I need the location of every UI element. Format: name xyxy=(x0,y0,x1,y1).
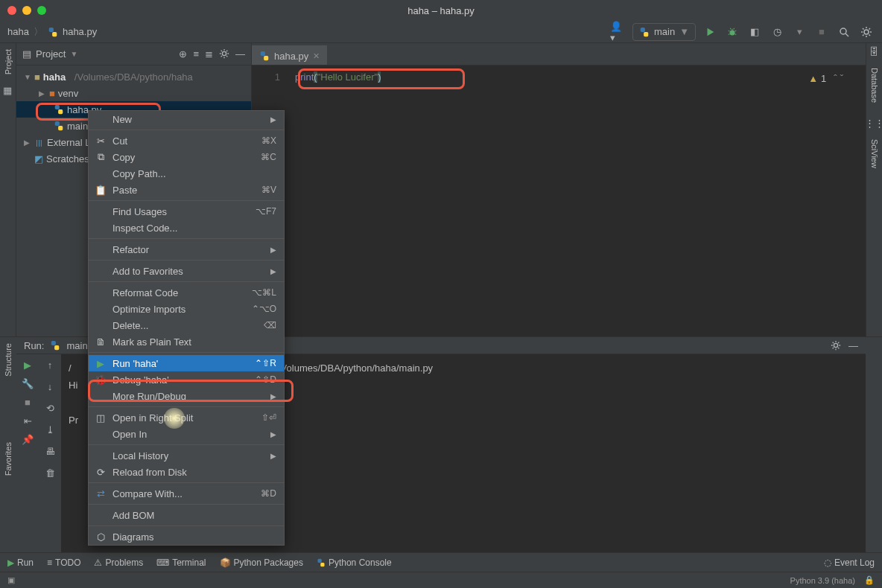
close-tab-icon[interactable]: ✕ xyxy=(313,51,320,61)
hide-icon[interactable]: — xyxy=(235,48,245,60)
traffic-lights xyxy=(7,6,46,15)
stop-icon[interactable]: ■ xyxy=(25,397,31,408)
wrench-icon[interactable]: 🔧 xyxy=(22,378,34,389)
terminal-tab[interactable]: ⌨Terminal xyxy=(156,557,206,568)
ctx-cut[interactable]: ✂Cut⌘X xyxy=(89,132,284,149)
ctx-debug[interactable]: 🐞Debug 'haha'⌃⇧D xyxy=(89,371,284,388)
todo-tab[interactable]: ≡TODO xyxy=(47,557,80,568)
ctx-compare[interactable]: ⇄Compare With...⌘D xyxy=(89,485,284,502)
event-log-tab[interactable]: ◌Event Log xyxy=(824,557,875,568)
console-actions-rail: ↑ ↓ ⟲ ⤓ 🖶 🗑 xyxy=(39,337,61,552)
up-icon[interactable]: ↑ xyxy=(48,359,53,371)
collapse-all-icon[interactable]: ≣ xyxy=(205,48,213,60)
sciview-icon[interactable]: ⋮⋮ xyxy=(865,118,883,129)
database-tool-tab[interactable]: Database xyxy=(870,65,879,106)
tool-window-icon[interactable]: ▣ xyxy=(7,575,15,585)
editor-tab[interactable]: haha.py ✕ xyxy=(252,45,327,65)
exit-icon[interactable]: ⇤ xyxy=(24,415,32,426)
ctx-run[interactable]: ▶Run 'haha'⌃⇧R xyxy=(89,355,284,371)
down-icon[interactable]: ↓ xyxy=(48,381,53,392)
breadcrumb[interactable]: haha 〉 haha.py xyxy=(7,25,97,39)
minimize-window-button[interactable] xyxy=(22,6,31,15)
packages-tab[interactable]: 📦Python Packages xyxy=(220,557,303,568)
ctx-new[interactable]: New▶ xyxy=(89,111,284,127)
run-config-selector[interactable]: main ▼ xyxy=(632,23,696,41)
project-label[interactable]: Project xyxy=(36,48,66,60)
zoom-window-button[interactable] xyxy=(37,6,46,15)
breadcrumb-item[interactable]: haha.py xyxy=(63,26,97,37)
python-icon xyxy=(54,104,64,115)
soft-wrap-icon[interactable]: ⟲ xyxy=(46,403,54,414)
ctx-delete[interactable]: Delete...⌫ xyxy=(89,317,284,333)
text-icon: 🗎 xyxy=(95,336,107,348)
ctx-copy-path[interactable]: Copy Path... xyxy=(89,165,284,182)
profile-button[interactable]: ◷ xyxy=(769,24,785,40)
project-tool-tab[interactable]: Project xyxy=(4,46,13,77)
interpreter-status[interactable]: Python 3.9 (haha) xyxy=(790,576,855,585)
ctx-reformat[interactable]: Reformat Code⌥⌘L xyxy=(89,284,284,301)
code-editor[interactable]: 1 print("Hello Lucifer") ▲ 1 ˆ ˇ xyxy=(252,65,866,89)
python-icon xyxy=(50,340,60,351)
lock-icon[interactable]: 🔒 xyxy=(864,575,875,585)
bug-icon: 🐞 xyxy=(95,374,107,386)
search-everywhere-icon[interactable] xyxy=(836,24,852,40)
ctx-inspect[interactable]: Inspect Code... xyxy=(89,220,284,236)
pin-icon[interactable]: 📌 xyxy=(22,434,34,445)
left-tool-rail: Project ▦ xyxy=(0,43,16,336)
database-icon[interactable]: 🗄 xyxy=(869,46,879,57)
ctx-reload[interactable]: ⟳Reload from Disk xyxy=(89,464,284,480)
rerun-icon[interactable]: ▶ xyxy=(24,359,31,371)
breadcrumb-item[interactable]: haha xyxy=(7,26,29,37)
ctx-diagrams[interactable]: ⬡Diagrams xyxy=(89,528,284,545)
settings-icon[interactable] xyxy=(858,24,875,40)
concurrency-button[interactable]: ▾ xyxy=(791,24,808,40)
coverage-button[interactable]: ◧ xyxy=(746,24,763,40)
expand-all-icon[interactable]: ≡ xyxy=(193,48,199,60)
tab-label: haha.py xyxy=(274,51,308,62)
next-icon[interactable]: ˇ xyxy=(840,73,843,84)
python-icon xyxy=(48,27,58,37)
inspection-widget[interactable]: ▲ 1 ˆ ˇ xyxy=(808,73,843,84)
run-target: main xyxy=(66,340,87,351)
ctx-plain[interactable]: 🗎Mark as Plain Text xyxy=(89,333,284,350)
tree-item-venv[interactable]: ▶ ■ venv xyxy=(16,85,251,101)
favorites-tool-tab[interactable]: Favorites xyxy=(4,439,13,479)
settings-icon[interactable] xyxy=(219,48,229,60)
editor-tabs: haha.py ✕ xyxy=(252,43,866,65)
structure-tool-tab[interactable]: Structure xyxy=(4,340,13,380)
ctx-refactor[interactable]: Refactor▶ xyxy=(89,241,284,258)
settings-icon[interactable] xyxy=(831,340,841,351)
ctx-bom[interactable]: Add BOM xyxy=(89,507,284,523)
ctx-local-history[interactable]: Local History▶ xyxy=(89,447,284,464)
tree-root-path: /Volumes/DBA/python/haha xyxy=(74,71,193,83)
problems-tab[interactable]: ⚠Problems xyxy=(94,557,143,568)
ctx-more-run[interactable]: More Run/Debug▶ xyxy=(89,388,284,404)
console-tab[interactable]: Python Console xyxy=(317,557,392,568)
right-tool-rail: 🗄 Database ⋮⋮ SciView xyxy=(866,43,882,336)
ctx-open-in[interactable]: Open In▶ xyxy=(89,426,284,442)
scratch-icon: ◩ xyxy=(34,153,43,164)
hide-icon[interactable]: — xyxy=(848,340,858,351)
prev-icon[interactable]: ˆ xyxy=(834,73,837,84)
locate-icon[interactable]: ⊕ xyxy=(179,48,187,60)
warning-icon: ▲ xyxy=(808,73,818,84)
sciview-tool-tab[interactable]: SciView xyxy=(870,136,879,171)
close-window-button[interactable] xyxy=(7,6,16,15)
ctx-find-usages[interactable]: Find Usages⌥F7 xyxy=(89,203,284,220)
scroll-icon[interactable]: ⤓ xyxy=(46,424,54,435)
stop-button[interactable]: ■ xyxy=(813,24,830,40)
ctx-favorites[interactable]: Add to Favorites▶ xyxy=(89,263,284,279)
ctx-paste[interactable]: 📋Paste⌘V xyxy=(89,182,284,198)
user-icon[interactable]: 👤▾ xyxy=(610,24,626,40)
trash-icon[interactable]: 🗑 xyxy=(45,467,55,479)
print-icon[interactable]: 🖶 xyxy=(45,446,55,457)
ctx-open-split[interactable]: ◫Open in Right Split⇧⏎ xyxy=(89,409,284,426)
debug-button[interactable] xyxy=(724,24,740,40)
ctx-copy[interactable]: ⧉Copy⌘C xyxy=(89,149,284,165)
project-icon[interactable]: ▦ xyxy=(3,85,13,95)
ctx-optimize[interactable]: Optimize Imports⌃⌥O xyxy=(89,301,284,317)
run-tab[interactable]: ▶Run xyxy=(7,557,34,568)
folder-icon: ■ xyxy=(34,71,40,83)
tree-root[interactable]: ▼ ■ haha /Volumes/DBA/python/haha xyxy=(16,68,251,85)
run-button[interactable] xyxy=(702,24,718,40)
